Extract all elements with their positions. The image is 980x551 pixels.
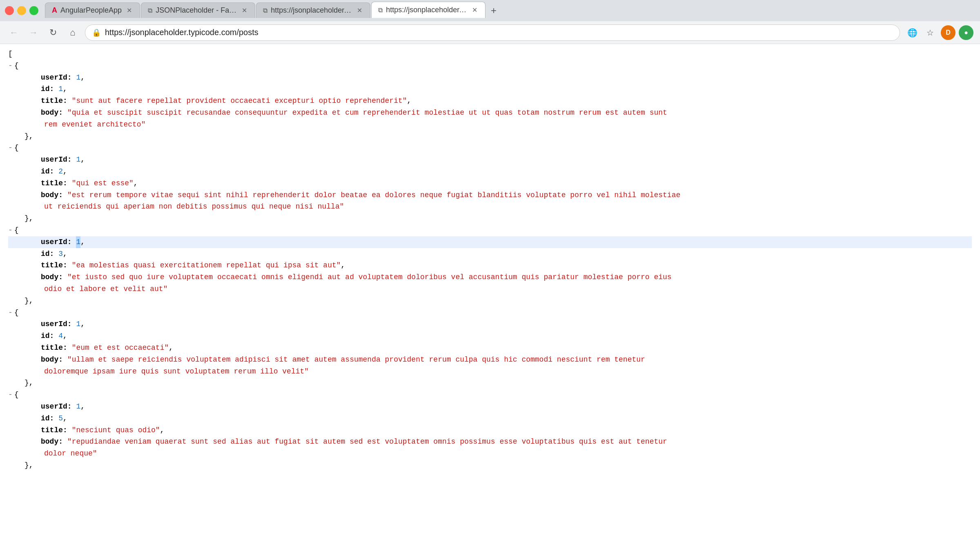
collapse-button-2[interactable]: -	[8, 142, 13, 154]
tab-label: https://jsonplaceholder.typico...	[271, 6, 352, 15]
json-post-1-userid: userId: 1,	[8, 72, 972, 84]
new-tab-button[interactable]: +	[486, 3, 501, 18]
json-post-3-close: },	[8, 295, 972, 307]
json-post-5-open: - {	[8, 389, 972, 401]
tab-jsonplaceholder-4[interactable]: ⧉ https://jsonplaceholder.typico... ✕	[371, 2, 486, 18]
json-post-3-body-cont: odio et labore et velit aut"	[8, 283, 972, 295]
tab-icon-split: ⧉	[378, 7, 383, 14]
tab-label: https://jsonplaceholder.typico...	[386, 6, 467, 14]
collapse-button-4[interactable]: -	[8, 307, 13, 319]
nav-bar: ← → ↻ ⌂ 🔒 https://jsonplaceholder.typico…	[0, 21, 980, 44]
json-post-2-close: },	[8, 213, 972, 224]
back-button[interactable]: ←	[7, 25, 21, 40]
nav-right-icons: 🌐 ☆ D ●	[905, 25, 973, 40]
url-text: https://jsonplaceholder.typicode.com/pos…	[105, 28, 893, 37]
tab-icon-split: ⧉	[148, 7, 152, 14]
reload-button[interactable]: ↻	[46, 25, 60, 40]
json-post-1-body-cont: rem eveniet architecto"	[8, 119, 972, 131]
json-post-5-body-cont: dolor neque"	[8, 448, 972, 460]
tab-close-button[interactable]: ✕	[355, 7, 363, 15]
json-post-1-body: body: "quia et suscipit suscipit recusan…	[8, 107, 972, 119]
json-post-2-title: title: "qui est esse",	[8, 178, 972, 189]
json-post-5-close: },	[8, 460, 972, 471]
json-post-5-userid: userId: 1,	[8, 401, 972, 413]
json-post-3-body: body: "et iusto sed quo iure voluptatem …	[8, 271, 972, 283]
collapse-button-3[interactable]: -	[8, 224, 13, 236]
json-post-1-close: },	[8, 131, 972, 142]
json-post-2-body-cont: ut reiciendis qui aperiam non debitis po…	[8, 201, 972, 213]
json-post-5-id: id: 5,	[8, 413, 972, 424]
tab-icon-angular: A	[52, 6, 57, 15]
json-opening-bracket: [	[8, 48, 972, 60]
tab-jsonplaceholder-3[interactable]: ⧉ https://jsonplaceholder.typico... ✕	[256, 2, 370, 18]
json-post-4-title: title: "eum et est occaecati",	[8, 342, 972, 354]
json-post-1-title: title: "sunt aut facere repellat provide…	[8, 95, 972, 107]
maximize-window-button[interactable]	[29, 6, 38, 15]
forward-button[interactable]: →	[26, 25, 41, 40]
tab-angular-people-app[interactable]: A AngularPeopleApp ✕	[45, 2, 140, 18]
collapse-button-5[interactable]: -	[8, 389, 13, 401]
json-post-4-close: },	[8, 377, 972, 389]
minimize-window-button[interactable]	[17, 6, 26, 15]
close-window-button[interactable]	[5, 6, 14, 15]
home-button[interactable]: ⌂	[65, 25, 80, 40]
lock-icon: 🔒	[92, 28, 101, 37]
tab-label: JSONPlaceholder - Fake online...	[156, 6, 237, 15]
json-post-3-open: - {	[8, 224, 972, 236]
json-post-3-title: title: "ea molestias quasi exercitatione…	[8, 260, 972, 271]
tab-label: AngularPeopleApp	[60, 6, 122, 15]
address-bar[interactable]: 🔒 https://jsonplaceholder.typicode.com/p…	[85, 24, 900, 41]
json-post-1-id: id: 1,	[8, 83, 972, 95]
tab-close-button[interactable]: ✕	[125, 7, 133, 15]
json-post-4-id: id: 4,	[8, 330, 972, 342]
tabs-container: A AngularPeopleApp ✕ ⧉ JSONPlaceholder -…	[45, 3, 975, 18]
json-post-3-userid: userId: 1,	[8, 236, 972, 248]
json-post-2-userid: userId: 1,	[8, 154, 972, 166]
json-post-5-body: body: "repudiandae veniam quaerat sunt s…	[8, 436, 972, 448]
json-post-4-body-cont: doloremque ipsam iure quis sunt voluptat…	[8, 366, 972, 378]
json-post-2-id: id: 2,	[8, 166, 972, 178]
json-content: [ - { userId: 1, id: 1, title: "sunt aut…	[0, 44, 980, 475]
tab-icon-split: ⧉	[263, 7, 267, 14]
bookmark-icon[interactable]: ☆	[923, 25, 938, 40]
json-post-4-open: - {	[8, 307, 972, 319]
json-post-2-open: - {	[8, 142, 972, 154]
json-post-4-userid: userId: 1,	[8, 318, 972, 330]
collapse-button-1[interactable]: -	[8, 60, 13, 72]
tab-close-button[interactable]: ✕	[240, 7, 248, 15]
translate-icon[interactable]: 🌐	[905, 25, 920, 40]
json-post-2-body: body: "est rerum tempore vitae sequi sin…	[8, 189, 972, 201]
browser-chrome: A AngularPeopleApp ✕ ⧉ JSONPlaceholder -…	[0, 0, 980, 44]
json-post-4-body: body: "ullam et saepe reiciendis volupta…	[8, 354, 972, 366]
user-avatar-d[interactable]: D	[941, 25, 956, 40]
json-post-1-open: - {	[8, 60, 972, 72]
traffic-lights	[5, 6, 38, 15]
user-profile-button[interactable]: ●	[959, 25, 973, 40]
tab-jsonplaceholder-fake[interactable]: ⧉ JSONPlaceholder - Fake online... ✕	[141, 2, 255, 18]
title-bar: A AngularPeopleApp ✕ ⧉ JSONPlaceholder -…	[0, 0, 980, 21]
tab-close-button[interactable]: ✕	[470, 6, 479, 14]
json-post-3-id: id: 3,	[8, 248, 972, 260]
json-post-5-title: title: "nesciunt quas odio",	[8, 424, 972, 436]
